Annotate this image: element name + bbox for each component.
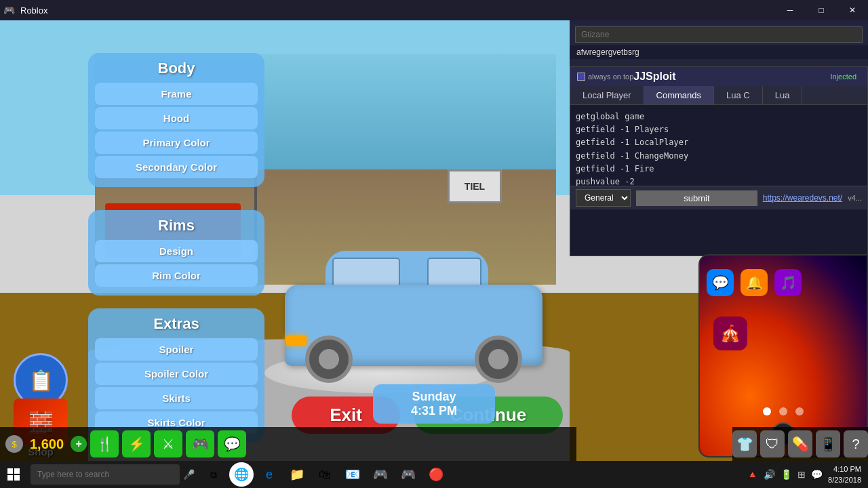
rims-panel: Rims Design Rim Color (88, 210, 264, 296)
phone-button[interactable]: 📱 (816, 430, 840, 458)
jjsploit-header: always on top JJSploit Injected (570, 67, 867, 86)
hud-coins: 1,600 (30, 436, 64, 452)
submit-button[interactable]: submit (636, 190, 757, 206)
taskbar-system-tray: 🔺 🔊 🔋 ⊞ 💬 4:10 PM 8/23/2018 (747, 464, 868, 486)
network-icon[interactable]: ⊞ (797, 469, 806, 480)
game-hud: $ 1,600 + 🍴 ⚡ ⚔ 🎮 💬 (0, 427, 576, 461)
jjsploit-footer: General submit https://wearedevs.net/ v4… (570, 186, 867, 209)
add-coins-button[interactable]: + (71, 436, 87, 452)
system-date: 8/23/2018 (828, 474, 861, 486)
chrome-button[interactable]: 🌐 (229, 462, 254, 487)
taskbar-apps: ⧉ 🌐 e 📁 🛍 📧 🎮 🎮 🔴 (201, 462, 448, 487)
windows-logo (7, 468, 20, 481)
search-mic-icon: 🎤 (183, 469, 195, 480)
car-headlight (286, 336, 307, 346)
phone-dot-1 (763, 407, 771, 415)
edge-button[interactable]: e (257, 462, 281, 487)
titlebar-controls: ─ □ ✕ (774, 0, 868, 20)
extras-title: Extras (95, 315, 258, 333)
volume-icon: 🔊 (764, 469, 775, 480)
food-button[interactable]: 🍴 (90, 430, 119, 458)
battery-icon: 🔋 (781, 469, 792, 480)
extra-app-button[interactable]: 🔴 (424, 462, 448, 487)
close-button[interactable]: ✕ (837, 0, 868, 20)
game-time: 4:31 PM (411, 404, 457, 418)
sign-bg: TIEL (448, 169, 502, 203)
always-on-top-label: always on top (577, 73, 633, 81)
phone-screen: 💬 🔔 🎵 🎪 (700, 256, 867, 456)
phone-app-blue[interactable]: 💬 (707, 269, 734, 296)
game-hud-right: 👕 🛡 💊 📱 ? (732, 427, 868, 461)
game-day: Sunday (412, 390, 456, 404)
task-view-button[interactable]: ⧉ (201, 462, 226, 487)
spoiler-color-button[interactable]: Spoiler Color (95, 363, 258, 385)
tab-lua-c[interactable]: Lua C (714, 86, 763, 104)
account-search-input[interactable] (575, 26, 863, 43)
jjsploit-code-area[interactable]: getglobal game getfield -1 Players getfi… (570, 105, 867, 186)
game-controller-button[interactable]: 🎮 (186, 430, 214, 458)
phone-dot-2 (779, 407, 787, 415)
jjsploit-tabs: Local Player Commands Lua C Lua (570, 86, 867, 105)
extras-panel: Extras Spoiler Spoiler Color Skirts Skir… (88, 308, 264, 443)
store-button[interactable]: 🛍 (313, 462, 337, 487)
shield-button[interactable]: 🛡 (760, 430, 785, 458)
code-line-1: getglobal game (576, 110, 862, 123)
skirts-button[interactable]: Skirts (95, 387, 258, 409)
frame-button[interactable]: Frame (95, 83, 258, 105)
question-button[interactable]: ? (844, 430, 868, 458)
win-grid-cell-2 (14, 468, 20, 474)
win-grid-cell-3 (7, 475, 13, 481)
windows-taskbar: 🎤 ⧉ 🌐 e 📁 🛍 📧 🎮 🎮 🔴 🔺 🔊 🔋 ⊞ 💬 4:10 PM 8/… (0, 461, 868, 488)
always-on-top-checkbox[interactable] (577, 73, 585, 81)
jjsploit-link[interactable]: https://wearedevs.net/ (763, 193, 842, 203)
jjsploit-title: JJSploit (633, 70, 675, 83)
category-select[interactable]: General (576, 189, 631, 207)
design-button[interactable]: Design (95, 240, 258, 262)
tab-lua[interactable]: Lua (763, 86, 803, 104)
lightning-button[interactable]: ⚡ (122, 430, 151, 458)
shirt-button[interactable]: 👕 (732, 430, 757, 458)
body-panel: Body Frame Hood Primary Color Secondary … (88, 53, 264, 187)
car-display (271, 237, 556, 386)
primary-color-button[interactable]: Primary Color (95, 131, 258, 154)
code-line-6: pushvalue -2 (576, 176, 862, 186)
phone-page-dots (763, 407, 804, 415)
tab-local-player[interactable]: Local Player (570, 86, 644, 104)
windows-search-input[interactable] (31, 464, 180, 485)
system-clock: 4:10 PM 8/23/2018 (828, 464, 861, 486)
win-grid-cell-4 (14, 475, 20, 481)
code-line-2: getfield -1 Players (576, 123, 862, 136)
jjsploit-panel: always on top JJSploit Injected Local Pl… (570, 66, 868, 256)
roblox-taskbar-btn[interactable]: 🎮 (368, 462, 393, 487)
tab-commands[interactable]: Commands (644, 86, 714, 104)
hood-button[interactable]: Hood (95, 107, 258, 129)
code-line-5: getfield -1 Fire (576, 163, 862, 176)
sword-button[interactable]: ⚔ (154, 430, 182, 458)
mail-button[interactable]: 📧 (340, 462, 365, 487)
win-grid-cell-1 (7, 468, 13, 474)
code-line-4: getfield -1 ChangeMoney (576, 150, 862, 163)
rims-title: Rims (95, 217, 258, 235)
chat-tray-icon[interactable]: 💬 (811, 469, 823, 480)
game-datetime: Sunday 4:31 PM (373, 384, 495, 424)
minimize-button[interactable]: ─ (774, 0, 806, 20)
window-title: Roblox (20, 5, 47, 16)
car-wheel-rear (475, 336, 522, 383)
maximize-button[interactable]: □ (806, 0, 837, 20)
spoiler-button[interactable]: Spoiler (95, 338, 258, 361)
body-title: Body (95, 60, 258, 77)
phone-main-app[interactable]: 🎪 (713, 317, 747, 350)
secondary-color-button[interactable]: Secondary Color (95, 156, 258, 178)
phone-app-orange[interactable]: 🔔 (741, 269, 768, 296)
bag-button[interactable]: 💊 (788, 430, 812, 458)
phone-app-purple[interactable]: 🎵 (774, 269, 802, 296)
chat-button[interactable]: 💬 (218, 430, 246, 458)
titlebar: 🎮 Roblox ─ □ ✕ (0, 0, 868, 20)
explorer-button[interactable]: 📁 (285, 462, 309, 487)
rim-color-button[interactable]: Rim Color (95, 264, 258, 287)
roblox-icon: 🎮 (3, 5, 15, 16)
start-button[interactable] (0, 461, 27, 488)
injected-badge: Injected (826, 71, 861, 82)
jjsploit-version: v4... (848, 194, 862, 202)
gameapp-button[interactable]: 🎮 (396, 462, 420, 487)
